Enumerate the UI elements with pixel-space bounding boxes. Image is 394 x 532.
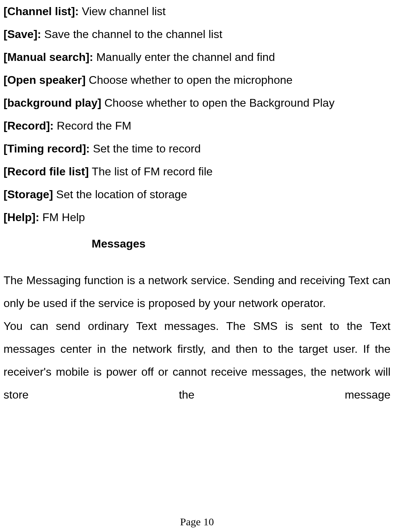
definition-term: [Storage] bbox=[4, 188, 53, 201]
definition-description: Set the location of storage bbox=[53, 188, 187, 201]
definition-term: [Timing record]: bbox=[4, 142, 90, 155]
definition-line: [Timing record]: Set the time to record bbox=[4, 137, 390, 160]
definition-line: [Record]: Record the FM bbox=[4, 114, 390, 137]
definition-term: [Manual search]: bbox=[4, 51, 93, 63]
definition-description: Choose whether to open the microphone bbox=[86, 74, 293, 86]
definition-line: [Save]: Save the channel to the channel … bbox=[4, 23, 390, 46]
definition-description: FM Help bbox=[39, 211, 85, 224]
definition-term: [Open speaker] bbox=[4, 74, 86, 86]
definition-description: Record the FM bbox=[54, 119, 131, 132]
definition-description: View channel list bbox=[79, 5, 166, 18]
definition-term: [Save]: bbox=[4, 28, 41, 40]
definition-description: Set the time to record bbox=[90, 142, 201, 155]
definition-term: [background play] bbox=[4, 96, 101, 109]
definition-term: [Channel list]: bbox=[4, 5, 79, 18]
definition-line: [Manual search]: Manually enter the chan… bbox=[4, 46, 390, 69]
body-paragraphs: The Messaging function is a network serv… bbox=[4, 269, 390, 406]
document-page: [Channel list]: View channel list[Save]:… bbox=[0, 0, 394, 532]
definitions-block: [Channel list]: View channel list[Save]:… bbox=[4, 0, 390, 229]
section-heading-messages: Messages bbox=[4, 232, 390, 255]
definition-term: [Help]: bbox=[4, 211, 39, 224]
definition-line: [Channel list]: View channel list bbox=[4, 0, 390, 23]
definition-line: [Open speaker] Choose whether to open th… bbox=[4, 69, 390, 92]
definition-line: [Storage] Set the location of storage bbox=[4, 183, 390, 206]
page-number-footer: Page 10 bbox=[0, 517, 394, 527]
body-paragraph: You can send ordinary Text messages. The… bbox=[4, 315, 390, 406]
definition-description: Choose whether to open the Background Pl… bbox=[101, 96, 334, 109]
definition-description: Save the channel to the channel list bbox=[41, 28, 222, 40]
definition-term: [Record]: bbox=[4, 119, 54, 132]
definition-line: [background play] Choose whether to open… bbox=[4, 92, 390, 114]
definition-description: Manually enter the channel and find bbox=[93, 51, 275, 63]
definition-term: [Record file list] bbox=[4, 165, 89, 178]
definition-description: The list of FM record file bbox=[89, 165, 213, 178]
body-paragraph: The Messaging function is a network serv… bbox=[4, 269, 390, 315]
definition-line: [Help]: FM Help bbox=[4, 206, 390, 229]
definition-line: [Record file list] The list of FM record… bbox=[4, 160, 390, 183]
